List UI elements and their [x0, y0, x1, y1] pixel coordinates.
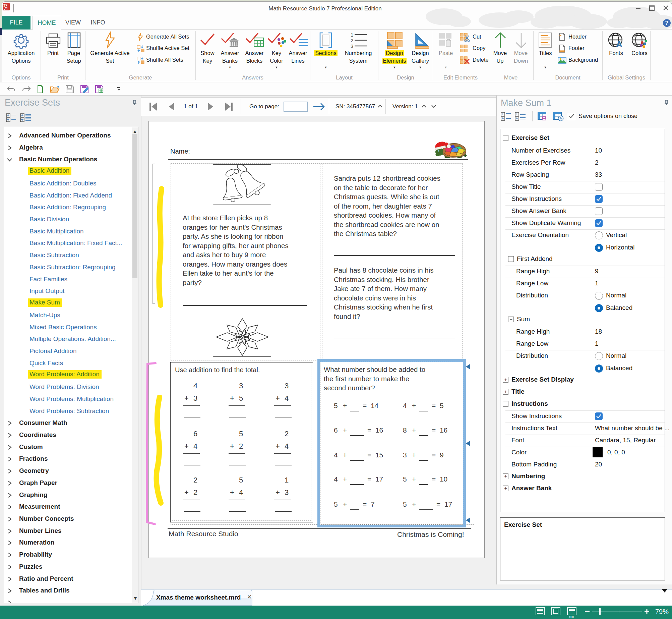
svg-text:1: 1	[351, 32, 353, 38]
svg-text:4: 4	[6, 7, 8, 10]
svg-text:2: 2	[351, 38, 353, 43]
svg-text:79%: 79%	[655, 608, 669, 615]
svg-text:3: 3	[351, 43, 353, 48]
svg-text:100: 100	[569, 615, 574, 619]
svg-text:1: 1	[3, 4, 5, 8]
svg-text:A: A	[616, 39, 622, 49]
